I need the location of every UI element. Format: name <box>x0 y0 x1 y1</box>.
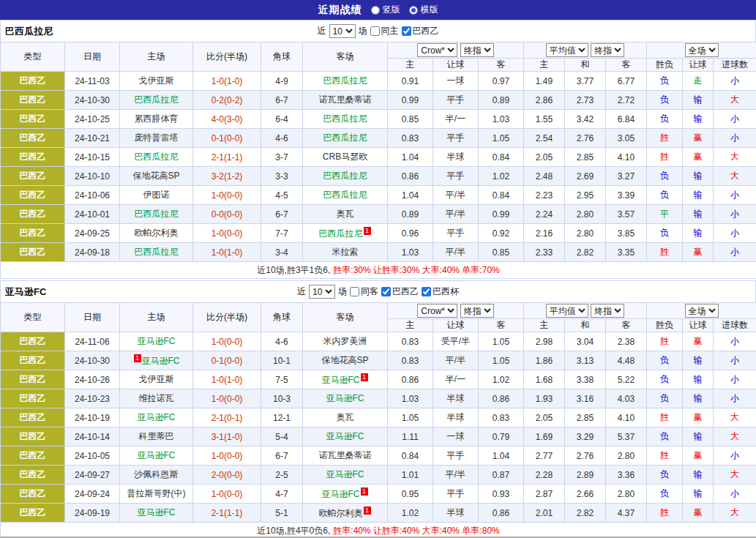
layout-radio-vertical[interactable]: 竖版 <box>371 4 400 16</box>
corner-cell: 10-1 <box>261 351 303 370</box>
radio-icon <box>409 6 418 15</box>
home-team-cell: 戈伊亚斯 <box>120 370 193 389</box>
avg-away-cell: 3.85 <box>606 224 647 243</box>
filter-checkbox-input[interactable] <box>370 26 380 36</box>
league-cell: 巴西乙 <box>1 370 65 389</box>
odds-source-select[interactable]: Crow* <box>417 304 457 318</box>
match-count-select[interactable]: 10 <box>309 285 335 299</box>
avg-draw-cell: 3.29 <box>565 427 606 447</box>
avg-draw-cell: 3.77 <box>565 72 606 91</box>
odds-home-cell: 1.03 <box>388 389 433 408</box>
score-cell: 0-1(0-0) <box>193 351 261 370</box>
corner-cell: 2-5 <box>261 466 303 485</box>
col-header-score: 比分(半场) <box>193 42 261 72</box>
filter-checkbox-input[interactable] <box>381 287 391 296</box>
score-cell: 2-0(0-0) <box>193 466 261 485</box>
summary-row: 近10场,胜4平0负6,胜率:40% 让胜率:40% 大率:40% 单率:80% <box>1 523 756 538</box>
odds-final-select[interactable]: 终指 <box>460 43 494 57</box>
avg-final-select[interactable]: 终指 <box>591 43 624 57</box>
filter-checkbox[interactable]: 同主 <box>370 25 399 37</box>
league-cell: 巴西乙 <box>1 466 65 485</box>
col-header-result-goals: 进球数 <box>714 319 756 332</box>
team-name: 维拉诺瓦 <box>139 393 174 403</box>
odds-final-select[interactable]: 终指 <box>460 304 494 318</box>
avg-draw-cell: 2.82 <box>565 243 606 262</box>
filter-checkbox-input[interactable] <box>350 287 359 296</box>
team-name: 普拉斯哥野(中) <box>127 488 186 498</box>
league-cell: 巴西乙 <box>1 427 65 447</box>
result-handicap-cell: 赢 <box>683 504 714 523</box>
col-header-avg-draw: 和 <box>565 59 606 72</box>
home-team-cell: 戈伊亚斯 <box>120 72 193 91</box>
team-name: 亚马逊FC <box>138 336 176 346</box>
away-team-cell: 亚马逊FC1 <box>303 485 388 504</box>
result-goals-cell: 大 <box>714 466 756 485</box>
result-winlose-cell: 负 <box>647 389 683 408</box>
result-handicap-cell: 输 <box>683 110 714 129</box>
col-header-odds-handicap: 让球 <box>433 319 479 332</box>
filter-checkbox[interactable]: 巴西乙 <box>402 25 439 37</box>
date-cell: 24-10-15 <box>65 148 120 167</box>
avg-home-cell: 1.93 <box>524 389 565 408</box>
filter-checkbox-label: 同客 <box>361 285 378 298</box>
result-winlose-cell: 胜 <box>647 243 683 262</box>
avg-away-cell: 6.77 <box>606 72 647 91</box>
team-name: 奥瓦 <box>337 412 354 422</box>
away-team-cell: 奥瓦 <box>303 408 388 427</box>
avg-draw-cell: 3.42 <box>565 110 606 129</box>
home-team-cell: 巴西瓜拉尼 <box>120 243 193 262</box>
filter-checkbox-input[interactable] <box>402 26 411 36</box>
match-row: 巴西乙24-10-10保地花高SP3-2(1-2)3-3巴西瓜拉尼0.86平手1… <box>1 167 756 186</box>
filter-checkbox-input[interactable] <box>422 287 431 296</box>
avg-home-cell: 1.49 <box>524 72 565 91</box>
fulltime-select[interactable]: 全场 <box>685 43 719 57</box>
col-header-avg-away: 客 <box>606 59 647 72</box>
col-header-date: 日期 <box>65 42 120 72</box>
match-row: 巴西乙24-09-19亚马逊FC2-1(1-1)5-1欧帕尔利奥11.02半球0… <box>1 504 756 523</box>
col-header-odds-away: 客 <box>479 59 524 72</box>
filter-checkbox[interactable]: 同客 <box>350 285 378 298</box>
league-cell: 巴西乙 <box>1 224 65 243</box>
team-name: 亚马逊FC <box>322 489 360 499</box>
layout-radio-horizontal[interactable]: 横版 <box>409 4 438 16</box>
avg-away-cell: 3.05 <box>606 129 647 148</box>
avg-source-select[interactable]: 平均值 <box>546 43 588 57</box>
home-team-cell: 欧帕尔利奥 <box>120 224 193 243</box>
team-name: 奥瓦 <box>337 209 354 219</box>
fulltime-select[interactable]: 全场 <box>685 304 719 318</box>
result-handicap-cell: 输 <box>683 466 714 485</box>
avg-away-cell: 2.72 <box>606 91 647 110</box>
home-team-cell: 科里蒂巴 <box>120 427 193 447</box>
odds-away-cell: 0.92 <box>479 224 524 243</box>
home-team-cell: 庞特普雷塔 <box>120 129 193 148</box>
away-team-cell: 诺瓦里桑蒂诺 <box>303 447 388 466</box>
home-team-cell: 沙佩科恩斯 <box>120 466 193 485</box>
score-cell: 1-0(0-0) <box>193 224 261 243</box>
odds-handicap-cell: 一球 <box>433 427 479 447</box>
league-cell: 巴西乙 <box>1 72 65 91</box>
red-card-badge: 1 <box>364 507 371 515</box>
away-team-cell: 奥瓦 <box>303 205 388 224</box>
result-winlose-cell: 负 <box>647 370 683 389</box>
match-count-select[interactable]: 10 <box>329 24 356 38</box>
result-goals-cell: 小 <box>714 447 756 466</box>
odds-source-select[interactable]: Crow* <box>417 43 457 57</box>
odds-away-cell: 1.03 <box>479 110 524 129</box>
filter-checkbox[interactable]: 巴西乙 <box>381 285 419 298</box>
avg-final-select[interactable]: 终指 <box>591 304 624 318</box>
avg-away-cell: 3.57 <box>606 205 647 224</box>
avg-draw-cell: 2.82 <box>565 504 606 523</box>
team-name: 累西腓体育 <box>135 113 179 124</box>
recent-results-page: 近期战绩 竖版 横版 近10场同主巴西乙巴西瓜拉尼类型日期主场比分(半场)角球客… <box>0 0 756 538</box>
team-name: 保地花高SP <box>132 171 179 181</box>
odds-handicap-cell: 平手 <box>433 129 479 148</box>
odds-handicap-cell: 半球 <box>433 408 479 427</box>
team-name: 巴西瓜拉尼 <box>323 113 367 124</box>
score-cell: 4-0(3-0) <box>193 110 261 129</box>
away-team-cell: 亚马逊FC <box>303 466 388 485</box>
avg-source-select[interactable]: 平均值 <box>546 304 588 318</box>
filter-checkbox[interactable]: 巴西杯 <box>422 285 459 298</box>
corner-cell: 4-9 <box>261 72 303 91</box>
match-row: 巴西乙24-10-15巴西瓜拉尼2-1(1-1)3-7CRB马瑟欧1.04半球0… <box>1 148 756 167</box>
home-team-cell: 保地花高SP <box>120 167 193 186</box>
